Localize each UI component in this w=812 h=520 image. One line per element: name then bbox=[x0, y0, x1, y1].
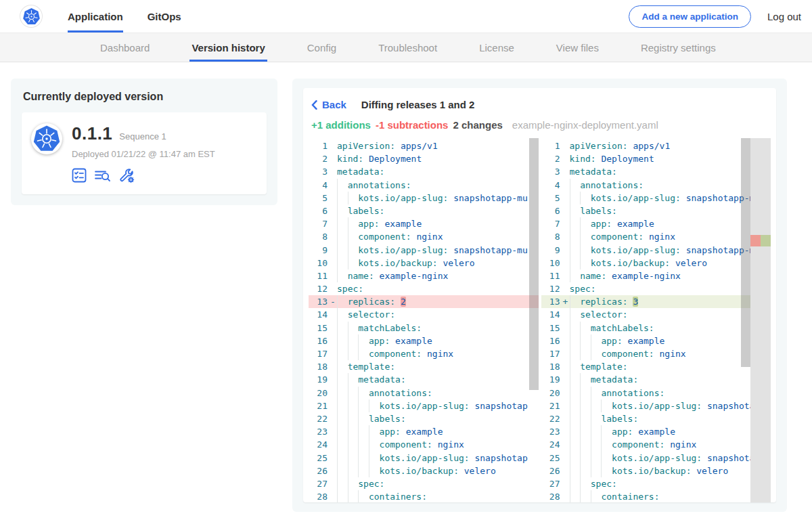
code-line: 23app: example bbox=[309, 425, 539, 438]
code-line: 9kots.io/app-slug: snapshotapp-mu bbox=[541, 244, 751, 257]
diff-overview-ruler[interactable] bbox=[750, 138, 771, 502]
code-line: 6labels: bbox=[309, 204, 539, 217]
code-line: 20annotations: bbox=[309, 387, 539, 399]
diff-filename: example-nginx-deployment.yaml bbox=[512, 119, 658, 131]
diff-pane-original: 1apiVersion: apps/v12kind: Deployment3me… bbox=[309, 138, 539, 502]
code-line: 8component: nginx bbox=[309, 230, 539, 243]
code-line: 18template: bbox=[309, 360, 539, 373]
code-line: 24component: nginx bbox=[309, 438, 539, 451]
top-tab-gitops[interactable]: GitOps bbox=[148, 0, 181, 32]
back-button[interactable]: Back bbox=[311, 99, 346, 110]
code-line: 15matchLabels: bbox=[309, 322, 539, 334]
code-line: 6labels: bbox=[541, 204, 751, 217]
code-line: 10kots.io/backup: velero bbox=[309, 257, 539, 269]
code-line: 5kots.io/app-slug: snapshotapp-mu bbox=[309, 192, 539, 204]
code-line: 16app: example bbox=[309, 334, 539, 347]
deployed-card-title: Currently deployed version bbox=[23, 91, 267, 103]
code-line: 2kind: Deployment bbox=[541, 152, 751, 165]
code-line: 3metadata: bbox=[309, 165, 539, 178]
additions-count: +1 additions bbox=[311, 119, 371, 131]
code-line: 19metadata: bbox=[541, 373, 751, 386]
code-line: 14selector: bbox=[309, 308, 539, 321]
code-line: 28containers: bbox=[541, 490, 751, 502]
code-line: 12spec: bbox=[309, 282, 539, 295]
subnav: DashboardVersion historyConfigTroublesho… bbox=[0, 32, 812, 62]
code-line: 25kots.io/app-slug: snapshotap bbox=[541, 452, 751, 464]
subnav-item-config[interactable]: Config bbox=[305, 33, 338, 62]
code-line: 1apiVersion: apps/v1 bbox=[309, 139, 539, 152]
scrollbar-thumb[interactable] bbox=[741, 138, 750, 367]
code-line: 10kots.io/backup: velero bbox=[541, 257, 751, 269]
diff-title: Diffing releases 1 and 2 bbox=[361, 99, 475, 110]
overview-deletion-marker bbox=[750, 235, 761, 246]
code-line: 21kots.io/app-slug: snapshotap bbox=[541, 399, 751, 412]
diff-pane-modified: 1apiVersion: apps/v12kind: Deployment3me… bbox=[541, 138, 771, 502]
code-line: 1apiVersion: apps/v1 bbox=[541, 139, 751, 152]
kubernetes-logo bbox=[20, 5, 42, 27]
code-line: 3metadata: bbox=[541, 165, 751, 178]
code-line: 23app: example bbox=[541, 425, 751, 438]
code-line: 13-replicas: 2 bbox=[309, 295, 539, 308]
code-line: 17component: nginx bbox=[309, 347, 539, 360]
code-line: 18template: bbox=[541, 360, 751, 373]
code-line: 8component: nginx bbox=[541, 230, 751, 243]
diff-card: Back Diffing releases 1 and 2 +1 additio… bbox=[292, 79, 787, 512]
code-line: 22labels: bbox=[541, 412, 751, 425]
top-tab-application[interactable]: Application bbox=[68, 0, 123, 32]
subnav-item-version-history[interactable]: Version history bbox=[189, 33, 267, 62]
code-line: 15matchLabels: bbox=[541, 322, 751, 334]
code-line: 20annotations: bbox=[541, 387, 751, 399]
code-line: 26kots.io/backup: velero bbox=[309, 464, 539, 477]
subnav-item-troubleshoot[interactable]: Troubleshoot bbox=[376, 33, 439, 62]
version-number: 0.1.1 bbox=[72, 123, 112, 144]
overview-addition-marker bbox=[761, 235, 771, 246]
main-content: Currently deployed version bbox=[0, 62, 812, 512]
code-line: 24component: nginx bbox=[541, 438, 751, 451]
code-line: 22labels: bbox=[309, 412, 539, 425]
changes-count: 2 changes bbox=[453, 119, 502, 131]
code-line: 9kots.io/app-slug: snapshotapp-mu bbox=[309, 244, 539, 257]
logout-link[interactable]: Log out bbox=[767, 11, 801, 22]
sequence-label: Sequence 1 bbox=[119, 131, 166, 142]
deploy-logs-icon[interactable] bbox=[95, 168, 111, 183]
code-line: 12spec: bbox=[541, 282, 751, 295]
currently-deployed-card: Currently deployed version bbox=[11, 79, 277, 205]
code-line: 21kots.io/app-slug: snapshotap bbox=[309, 399, 539, 412]
code-line: 27spec: bbox=[309, 477, 539, 490]
code-line: 7app: example bbox=[541, 217, 751, 230]
preflight-checks-icon[interactable] bbox=[72, 168, 87, 183]
code-line: 4annotations: bbox=[309, 179, 539, 192]
code-line: 11name: example-nginx bbox=[309, 269, 539, 282]
subnav-item-license[interactable]: License bbox=[477, 33, 516, 62]
add-application-button[interactable]: Add a new application bbox=[629, 5, 751, 28]
code-line: 19metadata: bbox=[309, 373, 539, 386]
code-line: 14selector: bbox=[541, 308, 751, 321]
code-line: 2kind: Deployment bbox=[309, 152, 539, 165]
code-line: 16app: example bbox=[541, 334, 751, 347]
version-card: 0.1.1 Sequence 1 Deployed 01/21/22 @ 11:… bbox=[22, 112, 267, 194]
subnav-item-view-files[interactable]: View files bbox=[554, 33, 601, 62]
code-line: 26kots.io/backup: velero bbox=[541, 464, 751, 477]
top-tabs: ApplicationGitOps bbox=[68, 0, 181, 32]
code-line: 13+replicas: 3 bbox=[541, 295, 751, 308]
diff-inner-panel: Back Diffing releases 1 and 2 +1 additio… bbox=[303, 88, 776, 502]
code-line: 11name: example-nginx bbox=[541, 269, 751, 282]
subnav-item-dashboard[interactable]: Dashboard bbox=[98, 33, 152, 62]
code-line: 17component: nginx bbox=[541, 347, 751, 360]
config-tools-icon[interactable] bbox=[119, 168, 135, 183]
code-line: 5kots.io/app-slug: snapshotapp-mu bbox=[541, 192, 751, 204]
deployed-timestamp: Deployed 01/21/22 @ 11:47 am EST bbox=[72, 149, 215, 159]
top-navbar: ApplicationGitOps Add a new application … bbox=[0, 0, 812, 32]
diff-stats: +1 additions -1 subtractions 2 changes e… bbox=[309, 110, 771, 138]
code-line: 7app: example bbox=[309, 217, 539, 230]
chevron-left-icon bbox=[311, 100, 317, 110]
code-line: 27spec: bbox=[541, 477, 751, 490]
subtractions-count: -1 subtractions bbox=[376, 119, 449, 131]
kubernetes-app-icon bbox=[31, 123, 62, 154]
code-line: 25kots.io/app-slug: snapshotap bbox=[309, 452, 539, 464]
code-line: 4annotations: bbox=[541, 179, 751, 192]
scrollbar-thumb[interactable] bbox=[529, 138, 539, 390]
code-line: 28containers: bbox=[309, 490, 539, 502]
subnav-item-registry-settings[interactable]: Registry settings bbox=[639, 33, 718, 62]
